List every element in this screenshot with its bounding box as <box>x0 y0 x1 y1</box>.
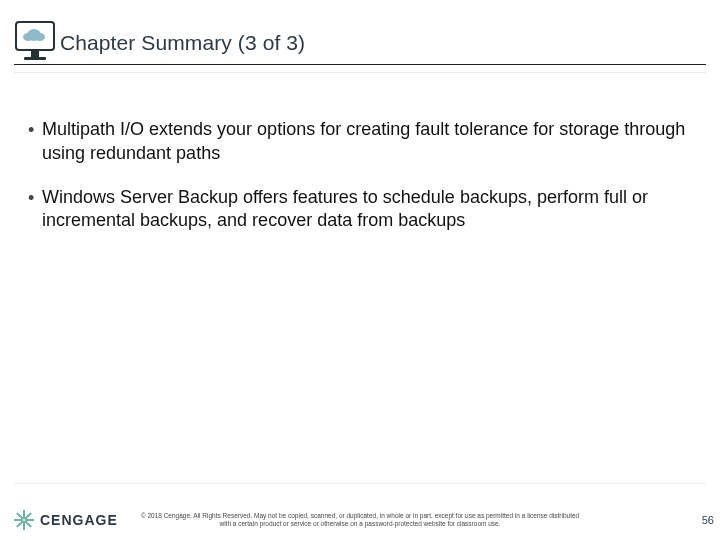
page-number: 56 <box>702 514 714 526</box>
bullet-text: Windows Server Backup offers features to… <box>42 186 692 234</box>
bullet-dot-icon: • <box>28 118 42 166</box>
footer-divider <box>14 483 706 484</box>
slide: Chapter Summary (3 of 3) • Multipath I/O… <box>0 0 720 540</box>
slide-content: • Multipath I/O extends your options for… <box>28 118 692 253</box>
bullet-text: Multipath I/O extends your options for c… <box>42 118 692 166</box>
bullet: • Multipath I/O extends your options for… <box>28 118 692 166</box>
slide-header: Chapter Summary (3 of 3) <box>14 18 706 68</box>
bullet: • Windows Server Backup offers features … <box>28 186 692 234</box>
copyright-text: © 2018 Cengage. All Rights Reserved. May… <box>0 512 720 528</box>
bullet-dot-icon: • <box>28 186 42 234</box>
title-divider-shadow <box>14 72 706 73</box>
monitor-cloud-icon <box>14 21 56 65</box>
slide-title: Chapter Summary (3 of 3) <box>60 31 305 55</box>
title-divider <box>14 64 706 65</box>
